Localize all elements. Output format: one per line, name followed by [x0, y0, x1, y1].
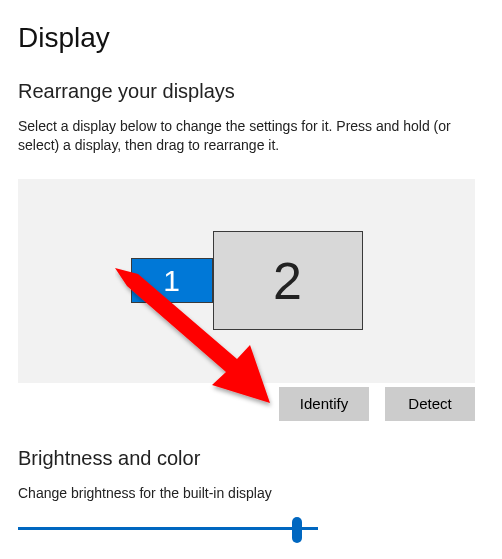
brightness-heading: Brightness and color: [0, 421, 502, 470]
page-title: Display: [0, 0, 502, 54]
displays-container: 1 2: [131, 231, 363, 330]
display-2-box[interactable]: 2: [213, 231, 363, 330]
brightness-slider[interactable]: [18, 517, 475, 545]
slider-thumb[interactable]: [292, 517, 302, 543]
detect-button[interactable]: Detect: [385, 387, 475, 421]
rearrange-heading: Rearrange your displays: [0, 54, 502, 103]
brightness-slider-label: Change brightness for the built-in displ…: [0, 470, 502, 503]
rearrange-description: Select a display below to change the set…: [0, 103, 502, 155]
identify-button[interactable]: Identify: [279, 387, 369, 421]
display-rearrange-area[interactable]: 1 2: [18, 179, 475, 383]
display-1-box[interactable]: 1: [131, 258, 213, 303]
display-buttons-row: Identify Detect: [18, 387, 475, 421]
slider-track: [18, 527, 318, 530]
